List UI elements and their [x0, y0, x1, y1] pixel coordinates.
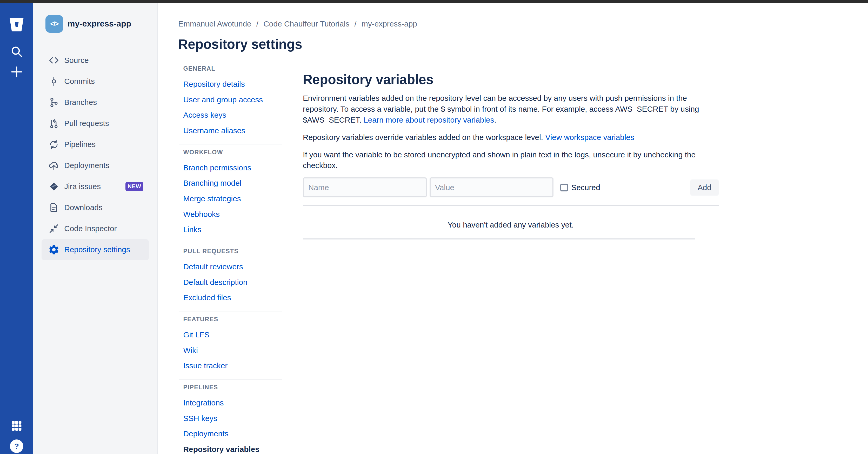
repo-menu: Source Commits Branches Pull requests Pi… [33, 50, 157, 260]
window-top-strip [0, 0, 868, 3]
settings-nav-divider [179, 379, 282, 380]
settings-nav-item-branching-model[interactable]: Branching model [158, 175, 282, 191]
breadcrumb-project[interactable]: Code Chauffeur Tutorials [264, 20, 349, 28]
repo-avatar-glyph: </> [51, 20, 58, 28]
settings-nav-item-links[interactable]: Links [158, 222, 282, 237]
settings-nav-divider [179, 243, 282, 243]
sidebar-item-pipelines[interactable]: Pipelines [41, 134, 149, 155]
sidebar-item-label: Source [64, 56, 89, 65]
breadcrumb: Emmanuel Awotunde / Code Chauffeur Tutor… [178, 20, 417, 28]
sidebar-item-label: Branches [64, 98, 97, 107]
sidebar-item-code-inspector[interactable]: Code Inspector [41, 218, 149, 239]
repo-name: my-express-app [67, 19, 131, 29]
sidebar-item-downloads[interactable]: Downloads [41, 197, 149, 218]
override-text: Repository variables override variables … [303, 133, 545, 142]
settings-nav-item-git-lfs[interactable]: Git LFS [158, 327, 282, 342]
repo-sidebar: </> my-express-app Source Commits Branch… [33, 3, 158, 454]
table-divider [303, 238, 695, 239]
sidebar-item-branches[interactable]: Branches [41, 92, 149, 113]
secured-checkbox[interactable] [560, 184, 568, 191]
settings-nav-item-issue-tracker[interactable]: Issue tracker [158, 358, 282, 373]
settings-nav-item-access-keys[interactable]: Access keys [158, 107, 282, 123]
help-glyph: ? [14, 442, 19, 451]
sidebar-item-label: Commits [64, 77, 95, 86]
bitbucket-app: ? </> my-express-app Source Commits Bran… [0, 0, 868, 454]
settings-nav: GENERAL Repository details User and grou… [158, 61, 282, 454]
breadcrumb-separator: / [354, 20, 356, 28]
sidebar-item-label: Pull requests [64, 119, 109, 128]
sidebar-item-label: Pipelines [64, 140, 96, 149]
settings-nav-item-excluded-files[interactable]: Excluded files [158, 290, 282, 305]
sidebar-item-deployments[interactable]: Deployments [41, 155, 149, 176]
create-plus-icon[interactable] [9, 65, 24, 79]
settings-nav-item-repository-details[interactable]: Repository details [158, 77, 282, 92]
settings-nav-item-default-description[interactable]: Default description [158, 275, 282, 290]
name-input[interactable] [303, 177, 427, 198]
override-paragraph: Repository variables override variables … [303, 132, 719, 143]
content-heading: Repository variables [303, 72, 719, 87]
branch-icon [48, 97, 60, 108]
settings-nav-divider [179, 144, 282, 144]
commit-icon [48, 75, 60, 87]
downloads-icon [48, 202, 60, 213]
settings-nav-item-ssh-keys[interactable]: SSH keys [158, 411, 282, 426]
settings-nav-item-default-reviewers[interactable]: Default reviewers [158, 259, 282, 275]
jira-icon [48, 181, 60, 192]
settings-nav-item-deployments[interactable]: Deployments [158, 426, 282, 442]
learn-more-link[interactable]: Learn more about repository variables [364, 116, 494, 124]
unsecure-paragraph: If you want the variable to be stored un… [303, 149, 719, 171]
repo-header: </> my-express-app [45, 15, 131, 33]
sidebar-item-label: Code Inspector [64, 224, 117, 233]
view-workspace-variables-link[interactable]: View workspace variables [545, 133, 634, 142]
deployments-icon [48, 160, 60, 172]
settings-nav-section-title: PULL REQUESTS [183, 247, 282, 255]
pull-request-icon [48, 118, 60, 129]
help-icon[interactable]: ? [10, 440, 23, 453]
apps-grid-icon[interactable] [10, 419, 23, 432]
empty-state-text: You haven't added any variables yet. [303, 220, 719, 229]
settings-nav-item-repository-variables[interactable]: Repository variables [158, 442, 282, 454]
search-icon[interactable] [9, 44, 24, 59]
sidebar-item-source[interactable]: Source [41, 50, 149, 71]
settings-nav-item-merge-strategies[interactable]: Merge strategies [158, 191, 282, 207]
settings-nav-item-integrations[interactable]: Integrations [158, 395, 282, 411]
settings-nav-item-user-group-access[interactable]: User and group access [158, 92, 282, 108]
code-icon [48, 55, 60, 66]
secured-checkbox-group: Secured [560, 183, 600, 192]
settings-nav-section-title: WORKFLOW [183, 148, 282, 157]
settings-nav-section-title: GENERAL [183, 64, 282, 73]
secured-label: Secured [571, 183, 600, 192]
settings-nav-item-username-aliases[interactable]: Username aliases [158, 123, 282, 139]
add-variable-form: Secured Add [303, 177, 719, 198]
page-title: Repository settings [178, 37, 302, 52]
intro-paragraph: Environment variables added on the repos… [303, 93, 719, 125]
new-badge: NEW [125, 182, 143, 191]
sidebar-item-label: Deployments [64, 161, 110, 170]
code-inspector-icon [48, 223, 60, 235]
value-input[interactable] [430, 177, 554, 198]
settings-nav-divider [179, 311, 282, 311]
settings-nav-item-wiki[interactable]: Wiki [158, 342, 282, 358]
pipelines-icon [48, 139, 60, 150]
intro-text-suffix: . [494, 116, 496, 124]
sidebar-item-label: Repository settings [64, 245, 130, 254]
breadcrumb-repo[interactable]: my-express-app [362, 20, 417, 28]
sidebar-item-commits[interactable]: Commits [41, 71, 149, 92]
table-divider [303, 205, 719, 206]
content-panel: Repository variables Environment variabl… [303, 61, 719, 454]
add-button[interactable]: Add [690, 179, 718, 195]
repo-avatar[interactable]: </> [45, 15, 63, 33]
sidebar-item-pull-requests[interactable]: Pull requests [41, 113, 149, 134]
bitbucket-logo-icon[interactable] [7, 14, 27, 34]
settings-gear-icon [48, 244, 60, 255]
settings-nav-item-branch-permissions[interactable]: Branch permissions [158, 160, 282, 176]
app-rail: ? [0, 3, 33, 454]
settings-layout: GENERAL Repository details User and grou… [158, 61, 868, 454]
sidebar-item-jira-issues[interactable]: Jira issues NEW [41, 176, 149, 197]
breadcrumb-workspace[interactable]: Emmanuel Awotunde [178, 20, 251, 28]
settings-nav-item-webhooks[interactable]: Webhooks [158, 207, 282, 222]
sidebar-item-label: Downloads [64, 203, 102, 212]
sidebar-item-repository-settings[interactable]: Repository settings [41, 239, 149, 260]
sidebar-item-label: Jira issues [64, 182, 101, 191]
breadcrumb-separator: / [256, 20, 258, 28]
